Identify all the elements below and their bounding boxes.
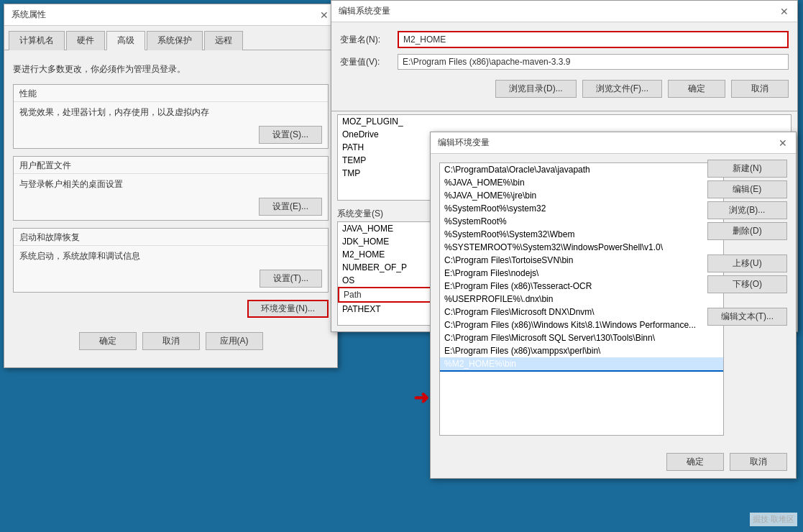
env-edit-btn[interactable]: 编辑(E)	[707, 180, 787, 198]
tab-advanced[interactable]: 高级	[106, 31, 145, 50]
env-move-down-btn[interactable]: 下移(O)	[707, 275, 787, 293]
edit-envvar-body: C:\ProgramData\Oracle\Java\javapath %JAV…	[431, 154, 796, 449]
system-properties-window: 系统属性 ✕ 计算机名 硬件 高级 系统保护 远程 要进行大多数更改，你必须作为…	[4, 4, 338, 368]
var-name-label: 变量名(N):	[340, 34, 398, 46]
edit-envvar-title: 编辑环境变量	[438, 137, 490, 149]
sys-props-ok-btn[interactable]: 确定	[79, 332, 137, 350]
performance-title: 性能	[14, 85, 328, 102]
browse-file-btn[interactable]: 浏览文件(F)...	[582, 80, 662, 98]
user-profile-desc: 与登录帐户相关的桌面设置	[14, 174, 328, 195]
performance-section: 性能 视觉效果，处理器计划，内存使用，以及虚拟内存 设置(S)...	[13, 84, 329, 149]
edit-envvar-titlebar: 编辑环境变量 ✕	[431, 132, 796, 154]
sys-props-cancel-btn[interactable]: 取消	[142, 332, 200, 350]
path-item-7[interactable]: C:\Program Files\TortoiseSVN\bin	[440, 254, 723, 267]
edit-sysvar-body: 变量名(N): 变量值(V): 浏览目录(D)... 浏览文件(F)... 确定…	[331, 22, 797, 111]
user-profile-section: 用户配置文件 与登录帐户相关的桌面设置 设置(E)...	[13, 156, 329, 221]
watermark: 掘技·取堆区	[750, 513, 797, 526]
sys-vars-section-label: 系统变量(S)	[337, 208, 383, 219]
path-item-8[interactable]: E:\Program Files\nodejs\	[440, 267, 723, 280]
env-new-btn[interactable]: 新建(N)	[707, 160, 787, 178]
path-item-0[interactable]: C:\ProgramData\Oracle\Java\javapath	[440, 163, 723, 176]
browse-dir-btn[interactable]: 浏览目录(D)...	[495, 80, 577, 98]
path-item-4[interactable]: %SystemRoot%	[440, 215, 723, 228]
path-item-3[interactable]: %SystemRoot%\system32	[440, 202, 723, 215]
red-arrow: ➜	[413, 387, 429, 409]
tab-computer-name[interactable]: 计算机名	[9, 31, 65, 50]
sys-props-apply-btn[interactable]: 应用(A)	[206, 332, 263, 350]
user-profile-settings-btn[interactable]: 设置(E)...	[259, 198, 322, 216]
startup-title: 启动和故障恢复	[14, 229, 328, 246]
path-item-13[interactable]: C:\Program Files\Microsoft SQL Server\13…	[440, 331, 723, 344]
performance-settings-btn[interactable]: 设置(S)...	[259, 126, 322, 144]
var-value-row: 变量值(V):	[331, 54, 797, 70]
tab-remote[interactable]: 远程	[204, 31, 243, 50]
path-item-2[interactable]: %JAVA_HOME%\jre\bin	[440, 189, 723, 202]
sys-props-tabs: 计算机名 硬件 高级 系统保护 远程	[4, 26, 337, 50]
path-item-6[interactable]: %SYSTEMROOT%\System32\WindowsPowerShell\…	[440, 241, 723, 254]
env-vars-btn[interactable]: 环境变量(N)...	[247, 300, 329, 318]
startup-settings-btn[interactable]: 设置(T)...	[260, 270, 322, 288]
env-browse-btn[interactable]: 浏览(B)...	[707, 201, 787, 219]
sys-props-body: 要进行大多数更改，你必须作为管理员登录。 性能 视觉效果，处理器计划，内存使用，…	[4, 50, 337, 367]
path-item-5[interactable]: %SystemRoot%\System32\Wbem	[440, 228, 723, 241]
var-value-input[interactable]	[398, 54, 789, 70]
edit-envvar-bottom-buttons: 确定 取消	[431, 449, 796, 478]
path-item-14[interactable]: E:\Program Files (x86)\xamppsx\perl\bin\	[440, 344, 723, 357]
sys-props-titlebar: 系统属性 ✕	[4, 4, 337, 26]
env-var-side-buttons: 新建(N) 编辑(E) 浏览(B)... 删除(D) 上移(U) 下移(O) 编…	[707, 160, 787, 326]
env-delete-btn[interactable]: 删除(D)	[707, 222, 787, 240]
env-path-list: C:\ProgramData\Oracle\Java\javapath %JAV…	[439, 162, 724, 436]
list-item-moz[interactable]: MOZ_PLUGIN_	[338, 115, 791, 128]
tab-hardware[interactable]: 硬件	[66, 31, 105, 50]
path-item-9[interactable]: E:\Program Files (x86)\Tesseract-OCR	[440, 280, 723, 293]
path-item-1[interactable]: %JAVA_HOME%\bin	[440, 176, 723, 189]
path-item-11[interactable]: C:\Program Files\Microsoft DNX\Dnvm\	[440, 306, 723, 318]
sys-props-bottom-buttons: 确定 取消 应用(A)	[13, 325, 329, 359]
edit-envvar-cancel-btn[interactable]: 取消	[730, 453, 787, 471]
edit-sysvar-buttons: 浏览目录(D)... 浏览文件(F)... 确定 取消	[331, 75, 797, 106]
performance-desc: 视觉效果，处理器计划，内存使用，以及虚拟内存	[14, 102, 328, 123]
user-profile-title: 用户配置文件	[14, 157, 328, 174]
path-item-12[interactable]: C:\Program Files (x86)\Windows Kits\8.1\…	[440, 318, 723, 331]
startup-desc: 系统启动，系统故障和调试信息	[14, 246, 328, 267]
edit-sysvar-title: 编辑系统变量	[339, 5, 390, 17]
edit-sysvar-titlebar: 编辑系统变量 ✕	[331, 1, 797, 22]
edit-envvar-close-btn[interactable]: ✕	[777, 137, 789, 149]
path-item-15[interactable]: %M2_HOME%\bin	[440, 357, 723, 372]
sys-props-title: 系统属性	[12, 9, 46, 21]
var-name-input[interactable]	[398, 31, 789, 48]
var-name-row: 变量名(N):	[331, 31, 797, 48]
tab-system-protection[interactable]: 系统保护	[147, 31, 203, 50]
path-item-10[interactable]: %USERPROFILE%\.dnx\bin	[440, 293, 723, 306]
sys-props-close-btn[interactable]: ✕	[318, 9, 330, 21]
edit-sysvar-ok-btn[interactable]: 确定	[668, 80, 725, 98]
edit-sysvar-close-btn[interactable]: ✕	[779, 6, 790, 17]
env-move-up-btn[interactable]: 上移(U)	[707, 254, 787, 272]
edit-envvar-window: 编辑环境变量 ✕ C:\ProgramData\Oracle\Java\java…	[430, 132, 797, 479]
notice-text: 要进行大多数更改，你必须作为管理员登录。	[13, 63, 329, 75]
env-edit-text-btn[interactable]: 编辑文本(T)...	[707, 308, 787, 326]
edit-sysvar-cancel-btn[interactable]: 取消	[731, 80, 789, 98]
var-value-label: 变量值(V):	[340, 56, 398, 68]
edit-envvar-ok-btn[interactable]: 确定	[666, 453, 724, 471]
startup-section: 启动和故障恢复 系统启动，系统故障和调试信息 设置(T)...	[13, 228, 329, 293]
